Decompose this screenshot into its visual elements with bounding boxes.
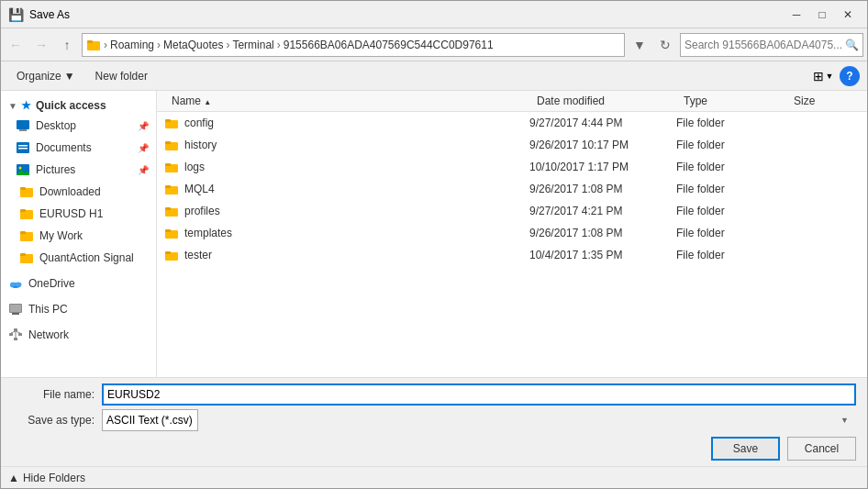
sidebar-item-my-work[interactable]: My Work — [1, 225, 156, 247]
breadcrumb-metaquotes[interactable]: MetaQuotes — [163, 39, 223, 51]
svg-rect-11 — [20, 187, 26, 190]
up-button[interactable]: ↑ — [56, 34, 78, 56]
refresh-button[interactable]: ↻ — [654, 34, 676, 56]
svg-rect-36 — [165, 163, 171, 166]
organize-chevron-icon: ▼ — [64, 70, 75, 83]
table-row[interactable]: templates 9/26/2017 1:08 PM File folder — [157, 222, 867, 244]
maximize-button[interactable]: □ — [810, 6, 834, 24]
bottom-bar: File name: Save as type: ASCII Text (*.c… — [1, 377, 867, 466]
hide-folders-bar: ▲ Hide Folders — [1, 466, 867, 488]
quick-access-star-icon: ★ — [21, 99, 31, 112]
sidebar-item-eurusd[interactable]: EURUSD H1 — [1, 203, 156, 225]
sidebar-item-pictures[interactable]: Pictures 📌 — [1, 159, 156, 181]
minimize-button[interactable]: ─ — [785, 6, 808, 24]
desktop-icon — [16, 118, 30, 133]
quantaction-label: QuantAction Signal — [39, 251, 134, 264]
sidebar-item-onedrive[interactable]: OneDrive — [1, 272, 156, 295]
view-options-button[interactable]: ⊞ ▼ — [810, 65, 836, 87]
save-type-select[interactable]: ASCII Text (*.csv) — [102, 409, 198, 431]
help-button[interactable]: ? — [840, 66, 860, 86]
file-pane: Name ▲ Date modified Type Size — [157, 91, 867, 377]
folder-icon — [164, 160, 179, 174]
file-name-input[interactable] — [102, 383, 856, 406]
search-box: 🔍 — [680, 33, 863, 57]
quantaction-icon — [19, 250, 34, 265]
header-size[interactable]: Size — [786, 91, 860, 111]
file-date-cell: 10/4/2017 1:35 PM — [529, 249, 676, 261]
breadcrumb-terminal[interactable]: Terminal — [232, 39, 273, 51]
sidebar-item-desktop[interactable]: Desktop 📌 — [1, 115, 156, 137]
file-type-cell: File folder — [676, 161, 786, 173]
svg-rect-22 — [12, 313, 19, 315]
table-row[interactable]: MQL4 9/26/2017 1:08 PM File folder — [157, 178, 867, 200]
hide-folders-button[interactable]: ▲ Hide Folders — [8, 472, 85, 484]
onedrive-label: OneDrive — [28, 277, 75, 290]
header-name[interactable]: Name ▲ — [164, 91, 529, 111]
table-row[interactable]: config 9/27/2017 4:44 PM File folder — [157, 112, 867, 134]
svg-rect-6 — [18, 148, 28, 150]
pictures-pin-icon: 📌 — [138, 165, 149, 175]
file-name-text: tester — [184, 249, 212, 261]
svg-rect-32 — [165, 119, 171, 122]
search-input[interactable] — [684, 39, 845, 51]
cancel-button[interactable]: Cancel — [787, 437, 856, 461]
back-button[interactable]: ← — [5, 34, 27, 56]
file-type-cell: File folder — [676, 117, 786, 129]
breadcrumb: › Roaming › MetaQuotes › Terminal › 9155… — [82, 33, 625, 57]
downloaded-label: Downloaded — [39, 185, 101, 198]
file-name-cell: templates — [164, 226, 529, 240]
sidebar-item-documents[interactable]: Documents 📌 — [1, 137, 156, 159]
quick-access-label: Quick access — [36, 99, 106, 112]
breadcrumb-guid[interactable]: 915566BA06ADA407569C544CC0D97611 — [284, 39, 494, 51]
file-type-cell: File folder — [676, 227, 786, 239]
sidebar-item-network[interactable]: Network — [1, 324, 156, 346]
quick-access-chevron: ▼ — [8, 101, 17, 111]
svg-rect-34 — [165, 141, 171, 144]
file-date-cell: 10/10/2017 1:17 PM — [529, 161, 676, 173]
eurusd-icon — [19, 206, 34, 221]
pictures-label: Pictures — [36, 163, 75, 176]
save-type-label: Save as type: — [12, 414, 95, 427]
dropdown-button[interactable]: ▼ — [629, 34, 651, 56]
quick-access-header[interactable]: ▼ ★ Quick access — [1, 96, 156, 115]
new-folder-button[interactable]: New folder — [87, 65, 156, 87]
svg-point-8 — [19, 167, 22, 170]
forward-button[interactable]: → — [30, 34, 52, 56]
close-button[interactable]: ✕ — [836, 6, 860, 24]
this-pc-label: This PC — [28, 303, 68, 316]
onedrive-icon — [8, 276, 23, 291]
breadcrumb-roaming[interactable]: Roaming — [110, 39, 154, 51]
sidebar-item-quantaction[interactable]: QuantAction Signal — [1, 247, 156, 269]
table-row[interactable]: logs 10/10/2017 1:17 PM File folder — [157, 156, 867, 178]
network-label: Network — [28, 328, 69, 341]
svg-rect-40 — [165, 207, 171, 210]
file-name-text: profiles — [184, 205, 220, 217]
network-section: Network — [1, 322, 156, 348]
documents-icon — [16, 140, 30, 155]
sidebar-item-downloaded[interactable]: Downloaded — [1, 181, 156, 203]
file-name-cell: logs — [164, 160, 529, 174]
header-type[interactable]: Type — [676, 91, 786, 111]
table-row[interactable]: tester 10/4/2017 1:35 PM File folder — [157, 244, 867, 266]
sidebar-item-this-pc[interactable]: This PC — [1, 298, 156, 320]
folder-icon — [164, 116, 179, 130]
file-date-cell: 9/26/2017 10:17 PM — [529, 139, 676, 151]
file-name-text: logs — [184, 161, 205, 173]
header-date[interactable]: Date modified — [529, 91, 676, 111]
svg-rect-26 — [18, 333, 22, 336]
table-row[interactable]: profiles 9/27/2017 4:21 PM File folder — [157, 200, 867, 222]
folder-icon — [164, 226, 179, 240]
view-grid-icon: ⊞ — [813, 69, 824, 83]
svg-point-19 — [10, 283, 16, 287]
svg-rect-44 — [165, 251, 171, 254]
downloaded-icon — [19, 184, 34, 199]
file-name-cell: config — [164, 116, 529, 130]
file-date-cell: 9/26/2017 1:08 PM — [529, 183, 676, 195]
table-row[interactable]: history 9/26/2017 10:17 PM File folder — [157, 134, 867, 156]
bottom-buttons: Save Cancel — [12, 437, 856, 461]
organize-button[interactable]: Organize ▼ — [8, 65, 83, 87]
this-pc-section: This PC — [1, 296, 156, 322]
folder-icon — [164, 248, 179, 262]
save-button[interactable]: Save — [711, 437, 780, 461]
file-name-text: config — [184, 117, 214, 129]
